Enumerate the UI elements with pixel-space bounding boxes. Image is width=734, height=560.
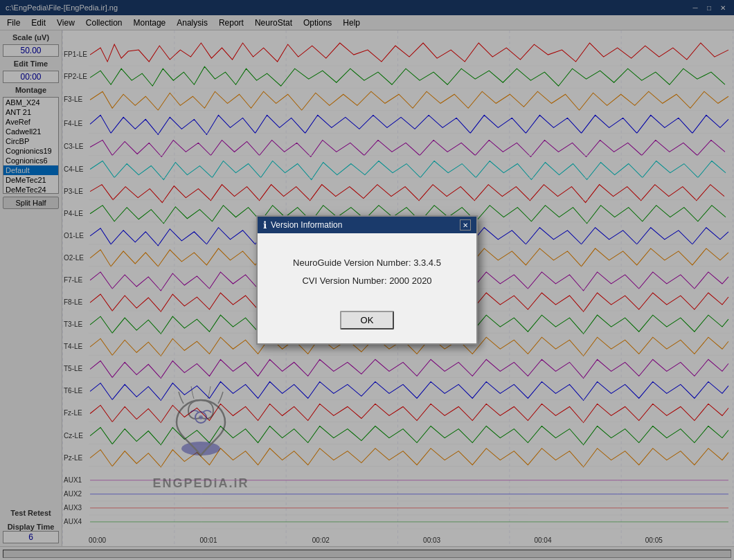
dialog-title: Version Information (271, 220, 342, 230)
dialog-close-button[interactable]: ✕ (460, 219, 471, 231)
cvi-version-row: CVI Version Number: 2000 2020 (271, 272, 463, 290)
modal-overlay: ℹ Version Information ✕ NeuroGuide Versi… (0, 0, 734, 560)
cvi-version: 2000 2020 (389, 276, 431, 286)
dialog-body: NeuroGuide Version Number: 3.3.4.5 CVI V… (258, 233, 476, 304)
neuroguide-version-row: NeuroGuide Version Number: 3.3.4.5 (271, 254, 463, 272)
neuroguide-label: NeuroGuide Version Number: (293, 258, 411, 268)
dialog-icon: ℹ (263, 219, 267, 231)
dialog-title-bar: ℹ Version Information ✕ (258, 217, 476, 233)
cvi-label: CVI Version Number: (302, 276, 386, 286)
version-dialog: ℹ Version Information ✕ NeuroGuide Versi… (256, 215, 478, 345)
neuroguide-version: 3.3.4.5 (413, 258, 441, 268)
dialog-footer: OK (258, 304, 476, 343)
ok-button[interactable]: OK (340, 311, 395, 329)
